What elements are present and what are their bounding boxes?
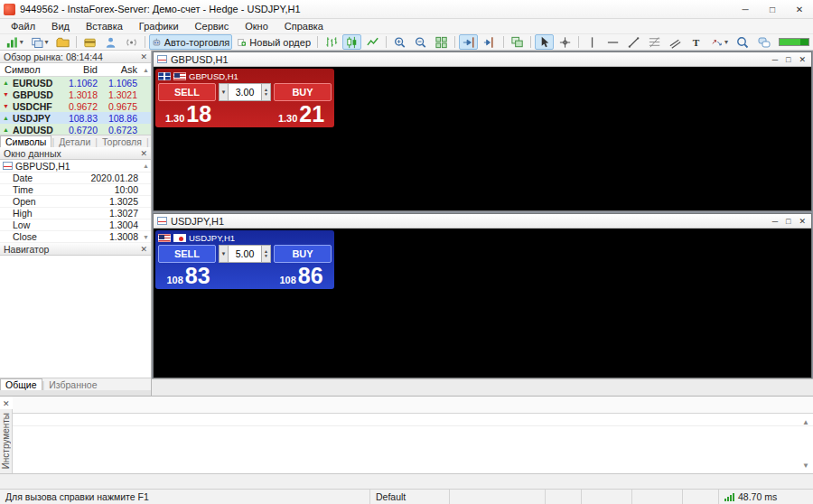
payments-button[interactable] xyxy=(80,34,99,50)
menu-item-файл[interactable]: Файл xyxy=(3,19,43,33)
symbol-name: ▲EURUSD xyxy=(0,78,61,89)
maximize-icon[interactable]: □ xyxy=(786,217,790,226)
candles-chart-button[interactable] xyxy=(342,34,361,50)
text-button[interactable]: T xyxy=(687,34,706,50)
scroll-down-icon[interactable]: ▼ xyxy=(143,234,149,240)
symbol-name: ▼USDCHF xyxy=(0,101,61,112)
volume-stepper[interactable]: ▼ 3.00 ▲▼ xyxy=(219,83,271,101)
volume-dropdown-icon[interactable]: ▼ xyxy=(219,83,229,101)
market-watch-row[interactable]: ▲USDJPY108.83108.86 xyxy=(0,112,151,124)
volume-stepper[interactable]: ▼ 5.00 ▲▼ xyxy=(219,245,271,263)
volume-spin-icon[interactable]: ▲▼ xyxy=(261,245,271,263)
search-button[interactable] xyxy=(733,34,752,50)
market-watch-row[interactable]: ▲EURUSD1.10621.1065 xyxy=(0,77,151,89)
close-icon[interactable]: ✕ xyxy=(140,245,147,254)
equidistant-channel-button[interactable] xyxy=(666,34,685,50)
close-icon[interactable]: ✕ xyxy=(786,0,813,18)
bid-value: 0.9672 xyxy=(61,101,101,112)
profiles-button[interactable]: ▾ xyxy=(28,34,51,50)
chart-shift-button[interactable] xyxy=(480,34,499,50)
sell-button[interactable]: SELL xyxy=(158,83,216,101)
bid-value: 0.6720 xyxy=(61,125,101,135)
chart-window-gbpusd[interactable]: GBPUSD,H1 ─ □ ✕ GBPUSD,H1 SELL xyxy=(153,51,812,211)
scroll-up-icon[interactable]: ▲ xyxy=(141,67,151,73)
market-watch-tab-2[interactable]: Торговля xyxy=(98,136,146,147)
maximize-icon[interactable]: □ xyxy=(759,0,786,18)
close-icon[interactable]: ✕ xyxy=(799,55,806,64)
signals-service-button[interactable] xyxy=(122,34,141,50)
field-value: 1.3025 xyxy=(109,196,151,207)
minimize-icon[interactable]: ─ xyxy=(732,0,759,18)
toolbox-vertical-tab[interactable]: Инструменты xyxy=(0,409,13,473)
menu-item-графики[interactable]: Графики xyxy=(131,19,187,33)
auto-trading-button[interactable]: Авто-торговля xyxy=(149,34,232,50)
close-icon[interactable]: ✕ xyxy=(140,149,147,158)
maximize-icon[interactable]: □ xyxy=(786,55,790,64)
data-window-panel: Окно данных ✕ GBPUSD,H1 ▲ Date2020.01.28… xyxy=(0,147,152,243)
status-profile[interactable]: Default xyxy=(370,490,450,504)
buy-button[interactable]: BUY xyxy=(274,245,332,263)
menu-item-сервис[interactable]: Сервис xyxy=(187,19,238,33)
minimize-icon[interactable]: ─ xyxy=(772,217,778,226)
text-icon: T xyxy=(689,35,703,50)
connection-latency[interactable]: 48.70 ms xyxy=(719,490,813,504)
menu-item-справка[interactable]: Справка xyxy=(276,19,332,33)
zoom-in-button[interactable] xyxy=(390,34,409,50)
tile-windows-button[interactable] xyxy=(432,34,451,50)
zoom-out-icon xyxy=(414,35,427,50)
scroll-down-icon[interactable]: ▼ xyxy=(802,462,809,470)
buy-button[interactable]: BUY xyxy=(274,83,332,101)
fibonacci-button[interactable] xyxy=(645,34,664,50)
sell-button[interactable]: SELL xyxy=(158,245,216,263)
market-watch-tab-3[interactable]: Тики xyxy=(149,136,151,147)
menu-item-вставка[interactable]: Вставка xyxy=(78,19,131,33)
market-watch-row[interactable]: ▼USDCHF0.96720.9675 xyxy=(0,100,151,112)
scroll-up-icon[interactable]: ▲ xyxy=(802,418,809,426)
market-watch-tab-1[interactable]: Детали xyxy=(54,136,95,147)
line-chart-button[interactable] xyxy=(363,34,382,50)
arrange-windows-button[interactable] xyxy=(508,34,527,50)
market-watch-panel: Обзор рынка: 08:14:44 ✕ Символ Bid Ask ▲… xyxy=(0,51,152,147)
toolbox-tab-bar xyxy=(0,473,813,489)
bars-chart-button[interactable] xyxy=(322,34,341,50)
navigator-tab-0[interactable]: Общие xyxy=(0,378,42,390)
buy-price: 1.30 21 xyxy=(271,102,332,126)
close-icon[interactable]: ✕ xyxy=(140,52,147,61)
community-button[interactable] xyxy=(101,34,120,50)
minimize-icon[interactable]: ─ xyxy=(772,55,778,64)
candles-chart-icon xyxy=(345,35,359,50)
auto-scroll-button[interactable] xyxy=(459,34,478,50)
market-watch-tab-0[interactable]: Символы xyxy=(0,135,51,147)
mt5-terminal: 9449562 - InstaForex-Server: Демо-счет -… xyxy=(0,0,813,504)
new-order-button[interactable]: Новый ордер xyxy=(234,34,313,50)
cursor-button[interactable] xyxy=(535,34,554,50)
chart-tab-bar xyxy=(152,378,813,396)
zoom-out-button[interactable] xyxy=(411,34,430,50)
navigator-tab-1[interactable]: Избранное xyxy=(44,379,101,390)
status-bar: Для вызова справки нажмите F1 Default 48… xyxy=(0,489,813,504)
close-icon[interactable]: ✕ xyxy=(3,399,10,408)
crosshair-button[interactable] xyxy=(556,34,575,50)
new-chart-button[interactable]: ▾ xyxy=(3,34,26,50)
volume-dropdown-icon[interactable]: ▼ xyxy=(219,245,229,263)
chart-workspace: GBPUSD,H1 ─ □ ✕ GBPUSD,H1 SELL xyxy=(152,51,813,396)
data-window-row: Low1.3004 xyxy=(0,219,151,231)
trend-line-button[interactable] xyxy=(624,34,643,50)
menu-item-окно[interactable]: Окно xyxy=(237,19,276,33)
title-bar[interactable]: 9449562 - InstaForex-Server: Демо-счет -… xyxy=(0,0,813,19)
menu-item-вид[interactable]: Вид xyxy=(43,19,78,33)
scroll-up-icon[interactable]: ▲ xyxy=(143,163,149,169)
market-watch-row[interactable]: ▼GBPUSD1.30181.3021 xyxy=(0,89,151,100)
status-cell xyxy=(546,490,582,504)
volume-spin-icon[interactable]: ▲▼ xyxy=(261,83,271,101)
market-watch-button[interactable] xyxy=(53,34,72,50)
horizontal-line-button[interactable] xyxy=(603,34,622,50)
close-icon[interactable]: ✕ xyxy=(799,217,806,226)
equidistant-channel-icon xyxy=(668,35,682,50)
arrow-up-icon: ▲ xyxy=(3,126,10,133)
shapes-button[interactable]: ▾ xyxy=(707,34,731,50)
chart-window-usdjpy[interactable]: USDJPY,H1 ─ □ ✕ USDJPY,H1 SELL xyxy=(153,213,812,378)
vertical-line-button[interactable] xyxy=(583,34,602,50)
community-chat-button[interactable] xyxy=(754,34,774,50)
chart-window-title: USDJPY,H1 xyxy=(171,216,224,227)
